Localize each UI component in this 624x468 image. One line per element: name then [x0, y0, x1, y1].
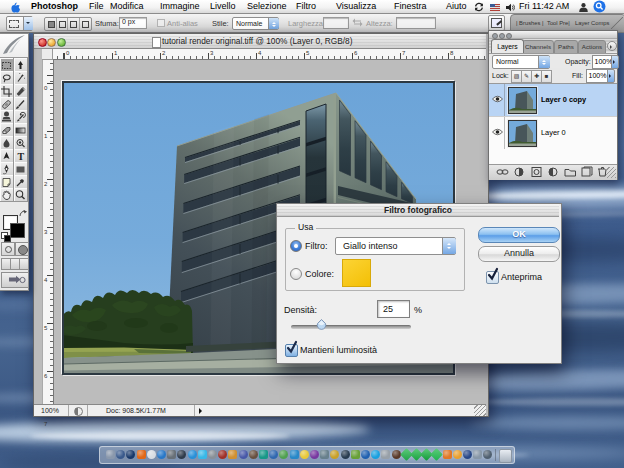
svg-text:T: T [17, 151, 24, 162]
